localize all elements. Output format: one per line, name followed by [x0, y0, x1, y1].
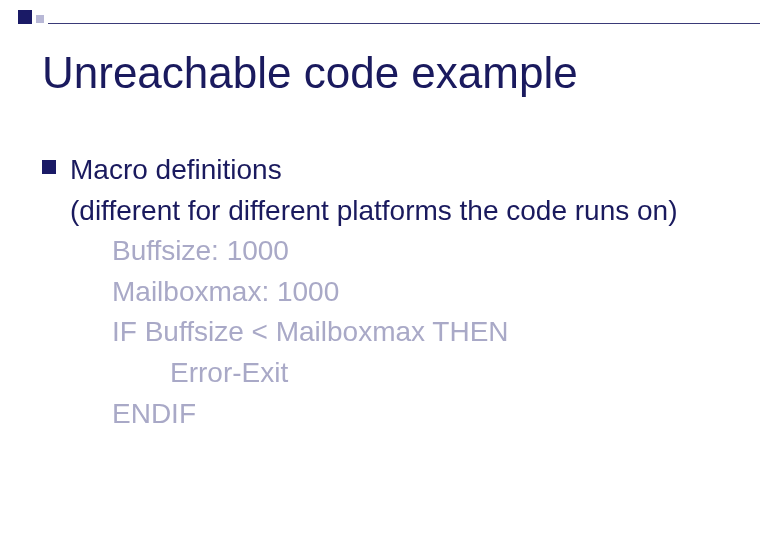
code-line-4: Error-Exit: [70, 353, 678, 394]
code-line-5: ENDIF: [70, 394, 678, 435]
accent-square-dark: [18, 10, 32, 24]
header-divider: [48, 23, 760, 24]
bullet-heading: Macro definitions: [70, 150, 678, 191]
bullet-item: Macro definitions (different for differe…: [42, 150, 750, 434]
square-bullet-icon: [42, 160, 56, 174]
accent-squares: [18, 10, 44, 24]
code-line-2: Mailboxmax: 1000: [70, 272, 678, 313]
accent-square-light: [36, 15, 44, 23]
bullet-subheading: (different for different platforms the c…: [70, 191, 678, 232]
code-line-3: IF Buffsize < Mailboxmax THEN: [70, 312, 678, 353]
slide-body: Macro definitions (different for differe…: [42, 150, 750, 434]
bullet-text: Macro definitions (different for differe…: [70, 150, 678, 434]
code-line-1: Buffsize: 1000: [70, 231, 678, 272]
slide-title: Unreachable code example: [42, 48, 578, 98]
